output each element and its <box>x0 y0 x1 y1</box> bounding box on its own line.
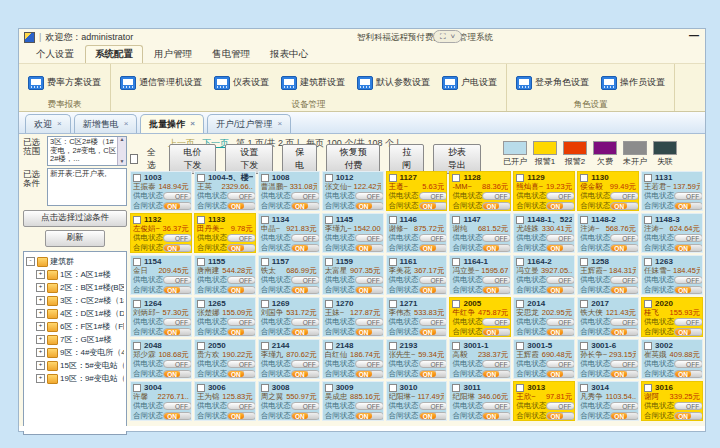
supply-toggle[interactable]: OFF <box>355 360 384 368</box>
ribbon-button-1-1[interactable]: 仪表设置 <box>210 74 273 92</box>
supply-toggle[interactable]: OFF <box>163 276 192 284</box>
room-checkbox[interactable] <box>325 174 333 182</box>
room-checkbox[interactable] <box>389 216 397 224</box>
supply-toggle[interactable]: OFF <box>227 318 256 326</box>
tree-item-2[interactable]: +3区：C区2#楼（1#变... <box>26 294 124 307</box>
expander-plus-icon[interactable]: + <box>36 296 45 305</box>
room-checkbox[interactable] <box>452 216 460 224</box>
room-checkbox[interactable] <box>197 258 205 266</box>
supply-toggle[interactable]: OFF <box>227 360 256 368</box>
supply-toggle[interactable]: OFF <box>674 234 703 242</box>
close-toggle[interactable]: ON <box>419 412 448 420</box>
ribbon-button-1-0[interactable]: 通信管理机设置 <box>116 74 206 92</box>
tree-item-6[interactable]: +9区：4#变电所（4#变... <box>26 346 124 359</box>
room-checkbox[interactable] <box>325 384 333 392</box>
close-toggle[interactable]: ON <box>674 286 703 294</box>
menu-item-3[interactable]: 售电管理 <box>203 46 259 63</box>
close-toggle[interactable]: ON <box>482 370 511 378</box>
room-checkbox[interactable] <box>644 342 652 350</box>
selected-range-box[interactable]: 3区：C区2#楼（1#变电，2#变电，C区2#楼，... ▲ ▼ <box>47 136 127 166</box>
tree-item-3[interactable]: +4区：D区1#楼（D区1... <box>26 307 124 320</box>
close-toggle[interactable]: ON <box>546 244 575 252</box>
close-toggle[interactable]: ON <box>546 202 575 210</box>
supply-toggle[interactable]: OFF <box>355 402 384 410</box>
supply-toggle[interactable]: OFF <box>419 276 448 284</box>
toolbar-button-5[interactable]: 抄表导出 <box>433 144 481 174</box>
close-toggle[interactable]: ON <box>419 370 448 378</box>
supply-toggle[interactable]: OFF <box>674 192 703 200</box>
close-toggle[interactable]: ON <box>227 412 256 420</box>
room-checkbox[interactable] <box>580 174 588 182</box>
close-toggle[interactable]: ON <box>610 286 639 294</box>
close-toggle[interactable]: ON <box>610 412 639 420</box>
room-checkbox[interactable] <box>197 300 205 308</box>
supply-toggle[interactable]: OFF <box>610 360 639 368</box>
ribbon-button-2-1[interactable]: 操作员设置 <box>597 74 669 92</box>
room-checkbox[interactable] <box>389 384 397 392</box>
supply-toggle[interactable]: OFF <box>291 192 320 200</box>
room-checkbox[interactable] <box>516 384 524 392</box>
close-toggle[interactable]: ON <box>482 202 511 210</box>
supply-toggle[interactable]: OFF <box>419 360 448 368</box>
supply-toggle[interactable]: OFF <box>163 318 192 326</box>
tab-2[interactable]: 批量操作× <box>140 114 204 133</box>
supply-toggle[interactable]: OFF <box>610 318 639 326</box>
close-toggle[interactable]: ON <box>227 202 256 210</box>
close-toggle[interactable]: ON <box>355 202 384 210</box>
supply-toggle[interactable]: OFF <box>227 276 256 284</box>
close-toggle[interactable]: ON <box>291 412 320 420</box>
room-checkbox[interactable] <box>644 258 652 266</box>
supply-toggle[interactable]: OFF <box>163 402 192 410</box>
room-checkbox[interactable] <box>452 384 460 392</box>
close-toggle[interactable]: ON <box>355 244 384 252</box>
supply-toggle[interactable]: OFF <box>674 360 703 368</box>
expander-plus-icon[interactable]: + <box>36 374 45 383</box>
supply-toggle[interactable]: OFF <box>546 192 575 200</box>
close-toggle[interactable]: ON <box>546 412 575 420</box>
chevron-down-icon[interactable]: ˅ <box>451 32 456 41</box>
room-checkbox[interactable] <box>261 384 269 392</box>
room-checkbox[interactable] <box>644 300 652 308</box>
tree-item-1[interactable]: +2区：B区1#楼(B区1#... <box>26 281 124 294</box>
supply-toggle[interactable]: OFF <box>355 276 384 284</box>
room-checkbox[interactable] <box>325 258 333 266</box>
supply-toggle[interactable]: OFF <box>163 192 192 200</box>
expander-plus-icon[interactable]: + <box>36 283 45 292</box>
room-checkbox[interactable] <box>452 258 460 266</box>
close-icon[interactable]: × <box>124 120 129 128</box>
room-checkbox[interactable] <box>580 342 588 350</box>
tree-item-4[interactable]: +6区：F区1#楼（F区1#... <box>26 320 124 333</box>
expander-plus-icon[interactable]: + <box>36 348 45 357</box>
close-toggle[interactable]: ON <box>419 202 448 210</box>
ribbon-button-2-0[interactable]: 登录角色设置 <box>512 74 593 92</box>
room-checkbox[interactable] <box>261 174 269 182</box>
expander-plus-icon[interactable]: + <box>36 270 45 279</box>
room-checkbox[interactable] <box>261 300 269 308</box>
ribbon-button-1-4[interactable]: 户电设置 <box>438 74 501 92</box>
room-checkbox[interactable] <box>389 258 397 266</box>
room-checkbox[interactable] <box>197 174 205 182</box>
room-checkbox[interactable] <box>197 216 205 224</box>
menu-item-0[interactable]: 个人设置 <box>27 46 83 63</box>
supply-toggle[interactable]: OFF <box>355 192 384 200</box>
close-toggle[interactable]: ON <box>163 328 192 336</box>
close-toggle[interactable]: ON <box>482 244 511 252</box>
room-checkbox[interactable] <box>644 216 652 224</box>
supply-toggle[interactable]: OFF <box>610 234 639 242</box>
close-toggle[interactable]: ON <box>482 412 511 420</box>
minimize-button[interactable]: — <box>689 30 699 41</box>
supply-toggle[interactable]: OFF <box>674 318 703 326</box>
ribbon-button-1-3[interactable]: 默认参数设置 <box>353 74 434 92</box>
ribbon-button-1-2[interactable]: 建筑群设置 <box>277 74 349 92</box>
ribbon-button-0-0[interactable]: 费率方案设置 <box>24 74 105 92</box>
supply-toggle[interactable]: OFF <box>419 192 448 200</box>
supply-toggle[interactable]: OFF <box>291 360 320 368</box>
supply-toggle[interactable]: OFF <box>291 234 320 242</box>
close-toggle[interactable]: ON <box>355 412 384 420</box>
restore-icon[interactable]: ⛶ <box>440 32 446 42</box>
close-toggle[interactable]: ON <box>291 286 320 294</box>
room-checkbox[interactable] <box>133 216 141 224</box>
supply-toggle[interactable]: OFF <box>355 318 384 326</box>
room-checkbox[interactable] <box>516 174 524 182</box>
close-toggle[interactable]: ON <box>674 370 703 378</box>
